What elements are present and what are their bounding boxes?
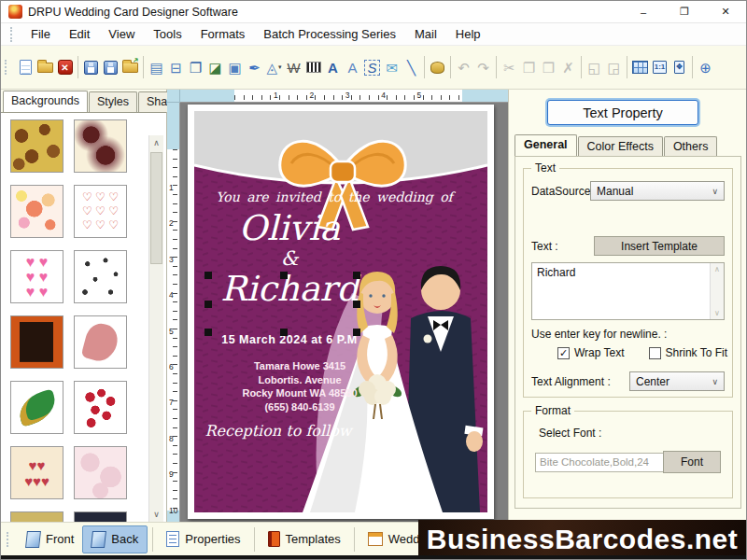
- card-invite-text[interactable]: You are invited to the wedding of: [194, 189, 474, 204]
- menu-item-help[interactable]: Help: [446, 25, 490, 43]
- tab-color-effects[interactable]: Color Effects: [578, 136, 663, 157]
- scrollbar-thumb[interactable]: [150, 152, 162, 264]
- watermark-icon[interactable]: W: [284, 55, 303, 79]
- redo-icon[interactable]: ↷: [473, 55, 493, 79]
- selection-handle[interactable]: [204, 329, 212, 336]
- card-address-text[interactable]: Tamara Howe 3415 Lobortis. Avenue Rocky …: [194, 359, 405, 413]
- selection-handle[interactable]: [353, 329, 360, 336]
- selection-handle[interactable]: [280, 272, 288, 279]
- save-icon[interactable]: [81, 55, 101, 79]
- selection-handle[interactable]: [204, 301, 212, 308]
- menu-item-mail[interactable]: Mail: [405, 25, 446, 43]
- thumbnail-pink-lace[interactable]: [74, 446, 127, 499]
- datasource-dropdown[interactable]: Manual ∨: [590, 181, 725, 201]
- text-input[interactable]: Richard ∧ ∨: [531, 262, 725, 320]
- wedding-card-preview[interactable]: You are invited to the wedding of Olivia…: [188, 105, 494, 519]
- dropdown-arrow-icon[interactable]: ▾: [278, 63, 282, 71]
- tab-styles[interactable]: Styles: [89, 91, 137, 112]
- database-icon[interactable]: [428, 55, 447, 79]
- card-ampersand[interactable]: &: [194, 247, 385, 270]
- print-icon[interactable]: ⊟: [166, 55, 186, 79]
- selection-handle[interactable]: [353, 301, 360, 308]
- design-canvas[interactable]: 12345 12345678910: [167, 90, 508, 522]
- thumbnail-leaf-ganesha[interactable]: [10, 381, 63, 434]
- font-button[interactable]: Font: [663, 451, 721, 473]
- edit-image-icon[interactable]: ◪: [205, 55, 225, 79]
- fit-page-icon[interactable]: ✥: [669, 55, 689, 79]
- thumbnail-heart-outlines[interactable]: [74, 185, 127, 238]
- left-panel-scrollbar[interactable]: ∧ ∨: [148, 135, 163, 522]
- thumbnail-orange-tribal[interactable]: [10, 315, 63, 369]
- view-button-properties[interactable]: Properties: [158, 526, 248, 552]
- selection-handle[interactable]: [280, 329, 288, 336]
- undo-icon[interactable]: ↶: [454, 55, 473, 79]
- thumbnail-pink-flowers[interactable]: [10, 185, 63, 238]
- checkbox-box[interactable]: ✓: [557, 347, 570, 359]
- copy-style-icon[interactable]: ❐: [186, 55, 205, 79]
- signature-icon[interactable]: S: [362, 55, 382, 79]
- save-as-icon[interactable]: [101, 55, 120, 79]
- view-button-back[interactable]: Back: [82, 525, 148, 553]
- font-descriptor-input[interactable]: Bite Chocolate,Bold,24: [535, 453, 673, 472]
- export-file-icon[interactable]: [120, 55, 140, 79]
- minimize-button[interactable]: –: [623, 1, 664, 22]
- menu-item-file[interactable]: File: [21, 25, 60, 43]
- thumbnail-rose-petals[interactable]: [74, 381, 127, 434]
- menu-item-view[interactable]: View: [99, 25, 144, 43]
- menu-item-formats[interactable]: Formats: [191, 25, 255, 43]
- scroll-up-icon[interactable]: ∧: [149, 135, 163, 150]
- thumbnail-navy-floral[interactable]: [74, 511, 127, 522]
- mail-icon[interactable]: ✉: [382, 55, 402, 79]
- open-file-icon[interactable]: [35, 55, 55, 79]
- actual-size-icon[interactable]: 1:1: [650, 55, 669, 79]
- thumbnail-wedding-couples[interactable]: [74, 250, 127, 303]
- send-backward-icon[interactable]: ◲: [604, 55, 624, 79]
- grid-icon[interactable]: [630, 55, 650, 79]
- card-footer-text[interactable]: Reception to follow: [194, 422, 362, 440]
- delete-icon[interactable]: ✗: [558, 55, 578, 79]
- thumbnail-ornate-hearts[interactable]: [10, 446, 63, 499]
- thumbnail-pink-elephant[interactable]: [74, 315, 127, 369]
- line-tool-icon[interactable]: ╲: [402, 55, 421, 79]
- textarea-scrollbar[interactable]: ∧ ∨: [710, 263, 724, 319]
- word-art-icon[interactable]: A: [343, 55, 362, 79]
- thumbnail-gold-glitter[interactable]: [10, 511, 63, 522]
- shrink-to-fit-checkbox[interactable]: Shrink To Fit: [649, 346, 727, 359]
- text-tool-icon[interactable]: A: [323, 55, 343, 79]
- insert-template-button[interactable]: Insert Template: [594, 236, 725, 256]
- tab-others[interactable]: Others: [664, 136, 718, 157]
- card-bride-name[interactable]: Olivia: [194, 210, 385, 247]
- selection-handle[interactable]: [204, 272, 212, 279]
- thumbnail-pink-hearts[interactable]: [10, 250, 63, 303]
- shapes-tool-icon[interactable]: ◬▾: [264, 55, 284, 79]
- menu-item-tools[interactable]: Tools: [144, 25, 190, 43]
- restore-button[interactable]: ❐: [664, 1, 705, 22]
- scroll-down-icon[interactable]: ∨: [149, 507, 163, 522]
- menu-item-batch-processing-series[interactable]: Batch Processing Series: [254, 25, 405, 43]
- tab-backgrounds[interactable]: Backgrounds: [3, 91, 88, 112]
- scroll-down-icon[interactable]: ∨: [711, 309, 724, 317]
- cut-icon[interactable]: ✂: [500, 55, 519, 79]
- text-property-button[interactable]: Text Property: [547, 100, 698, 125]
- pen-tool-icon[interactable]: ✒: [245, 55, 264, 79]
- close-file-icon[interactable]: ✕: [55, 55, 75, 79]
- paste-icon[interactable]: ❒: [539, 55, 558, 79]
- close-button[interactable]: ✕: [705, 1, 746, 22]
- bring-forward-icon[interactable]: ◱: [585, 55, 604, 79]
- view-button-templates[interactable]: Templates: [260, 526, 349, 552]
- selection-handle[interactable]: [353, 272, 360, 279]
- menu-item-edit[interactable]: Edit: [60, 25, 99, 43]
- text-alignment-dropdown[interactable]: Center ∨: [629, 371, 725, 391]
- insert-image-icon[interactable]: ▣: [225, 55, 245, 79]
- copy-icon[interactable]: ❐: [519, 55, 539, 79]
- tab-general[interactable]: General: [514, 134, 577, 157]
- wrap-text-checkbox[interactable]: ✓ Wrap Text: [557, 346, 625, 359]
- checkbox-box[interactable]: [649, 347, 661, 359]
- view-button-front[interactable]: Front: [18, 526, 82, 553]
- barcode-icon[interactable]: [303, 55, 323, 79]
- zoom-in-icon[interactable]: ⊕: [696, 55, 715, 79]
- page-setup-icon[interactable]: ▤: [147, 55, 166, 79]
- scroll-up-icon[interactable]: ∧: [711, 265, 724, 273]
- new-document-icon[interactable]: [16, 55, 35, 79]
- thumbnail-paisley-motifs[interactable]: [74, 119, 127, 173]
